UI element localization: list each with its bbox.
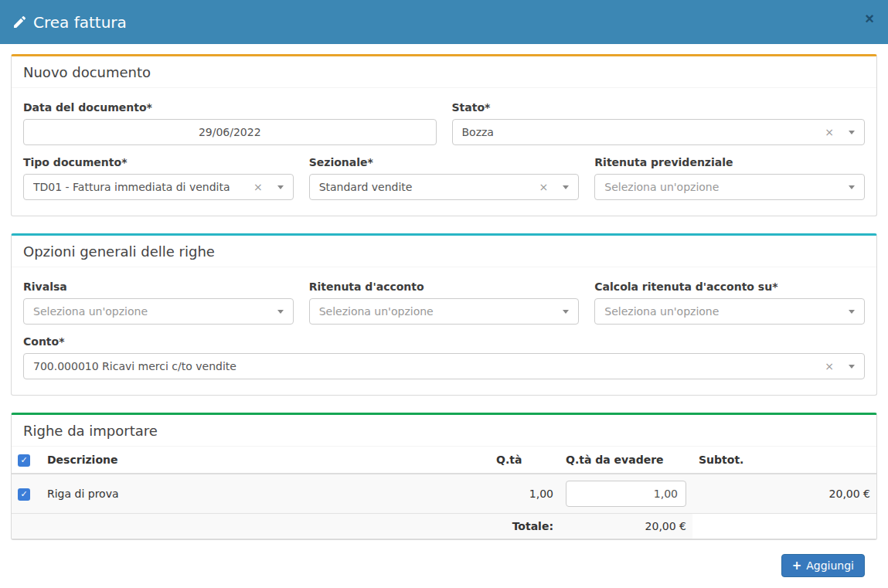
- sezionale-select-value: Standard vendite: [319, 181, 533, 193]
- col-header-descrizione: Descrizione: [41, 447, 490, 474]
- ritenuta-previdenziale-select[interactable]: Seleziona un'opzione: [594, 174, 865, 200]
- conto-label: Conto*: [23, 335, 865, 348]
- tipo-documento-label: Tipo documento*: [23, 156, 294, 168]
- table-row: ✓ Riga di prova 1,00 20,00 €: [12, 474, 876, 514]
- qta-da-evadere-input[interactable]: [566, 481, 686, 507]
- tipo-documento-select-value: TD01 - Fattura immediata di vendita: [33, 181, 247, 193]
- clear-icon[interactable]: ×: [253, 182, 263, 192]
- chevron-down-icon[interactable]: [277, 185, 284, 189]
- modal-title-text: Crea fattura: [33, 13, 127, 32]
- col-header-qta: Q.tà: [490, 447, 560, 474]
- modal-header: Crea fattura ×: [0, 0, 888, 44]
- sezionale-select[interactable]: Standard vendite ×: [309, 174, 580, 200]
- plus-icon: +: [792, 560, 802, 572]
- clear-icon[interactable]: ×: [825, 127, 834, 138]
- stato-select[interactable]: Bozza ×: [452, 119, 866, 145]
- pencil-icon: [14, 16, 26, 28]
- chevron-down-icon[interactable]: [849, 310, 855, 314]
- chevron-down-icon[interactable]: [849, 185, 855, 189]
- ritenuta-acconto-select-placeholder: Seleziona un'opzione: [319, 305, 563, 318]
- stato-label: Stato*: [452, 101, 866, 114]
- modal-title: Crea fattura: [14, 13, 127, 32]
- ritenuta-previdenziale-select-placeholder: Seleziona un'opzione: [604, 181, 849, 193]
- rivalsa-select-placeholder: Seleziona un'opzione: [33, 305, 277, 318]
- table-header-row: ✓ Descrizione Q.tà Q.tà da evadere Subto…: [12, 447, 876, 474]
- stato-select-value: Bozza: [462, 126, 819, 138]
- calcola-ritenuta-select[interactable]: Seleziona un'opzione: [594, 298, 865, 325]
- modal-body: Nuovo documento Data del documento* Stat…: [0, 44, 888, 577]
- panel-righe-da-importare-header: Righe da importare: [12, 415, 876, 447]
- rivalsa-label: Rivalsa: [23, 280, 294, 293]
- table-footer-row: Totale: 20,00 €: [12, 514, 876, 539]
- panel-opzioni-generali: Opzioni generali delle righe Rivalsa Sel…: [11, 233, 877, 396]
- col-header-qta-da-evadere: Q.tà da evadere: [560, 447, 692, 474]
- data-documento-label: Data del documento*: [23, 101, 437, 114]
- col-header-subtot: Subtot.: [692, 447, 876, 474]
- panel-righe-da-importare: Righe da importare ✓ Descrizione Q.tà Q.…: [11, 413, 877, 540]
- chevron-down-icon[interactable]: [277, 310, 284, 314]
- clear-icon[interactable]: ×: [825, 361, 834, 372]
- ritenuta-previdenziale-label: Ritenuta previdenziale: [594, 156, 865, 168]
- ritenuta-acconto-label: Ritenuta d'acconto: [309, 280, 580, 293]
- chevron-down-icon[interactable]: [849, 365, 855, 369]
- row-subtot: 20,00 €: [692, 474, 876, 514]
- aggiungi-button[interactable]: + Aggiungi: [781, 554, 865, 577]
- aggiungi-button-label: Aggiungi: [806, 559, 854, 572]
- row-qta: 1,00: [490, 474, 560, 514]
- chevron-down-icon[interactable]: [849, 131, 855, 134]
- row-checkbox[interactable]: ✓: [18, 488, 30, 501]
- sezionale-label: Sezionale*: [309, 156, 580, 168]
- rivalsa-select[interactable]: Seleziona un'opzione: [23, 298, 294, 325]
- ritenuta-acconto-select[interactable]: Seleziona un'opzione: [309, 298, 580, 325]
- data-documento-input[interactable]: [23, 119, 437, 145]
- panel-title: Righe da importare: [23, 423, 158, 439]
- totale-value: 20,00 €: [560, 514, 692, 539]
- calcola-ritenuta-select-placeholder: Seleziona un'opzione: [604, 305, 849, 318]
- close-icon[interactable]: ×: [862, 9, 877, 28]
- panel-nuovo-documento: Nuovo documento Data del documento* Stat…: [11, 54, 877, 216]
- righe-table: ✓ Descrizione Q.tà Q.tà da evadere Subto…: [12, 447, 876, 539]
- totale-label: Totale:: [12, 514, 560, 539]
- chevron-down-icon[interactable]: [563, 185, 569, 189]
- chevron-down-icon[interactable]: [563, 310, 569, 314]
- select-all-checkbox[interactable]: ✓: [18, 454, 30, 467]
- conto-select[interactable]: 700.000010 Ricavi merci c/to vendite ×: [23, 353, 865, 379]
- conto-select-value: 700.000010 Ricavi merci c/to vendite: [33, 360, 818, 372]
- calcola-ritenuta-label: Calcola ritenuta d'acconto su*: [594, 280, 865, 293]
- clear-icon[interactable]: ×: [539, 182, 549, 192]
- panel-opzioni-generali-header: Opzioni generali delle righe: [12, 236, 876, 267]
- row-descrizione: Riga di prova: [41, 474, 490, 514]
- tipo-documento-select[interactable]: TD01 - Fattura immediata di vendita ×: [23, 174, 294, 200]
- panel-title: Nuovo documento: [23, 64, 151, 80]
- modal-footer: + Aggiungi: [11, 554, 877, 577]
- panel-title: Opzioni generali delle righe: [23, 243, 215, 260]
- panel-nuovo-documento-header: Nuovo documento: [12, 56, 876, 88]
